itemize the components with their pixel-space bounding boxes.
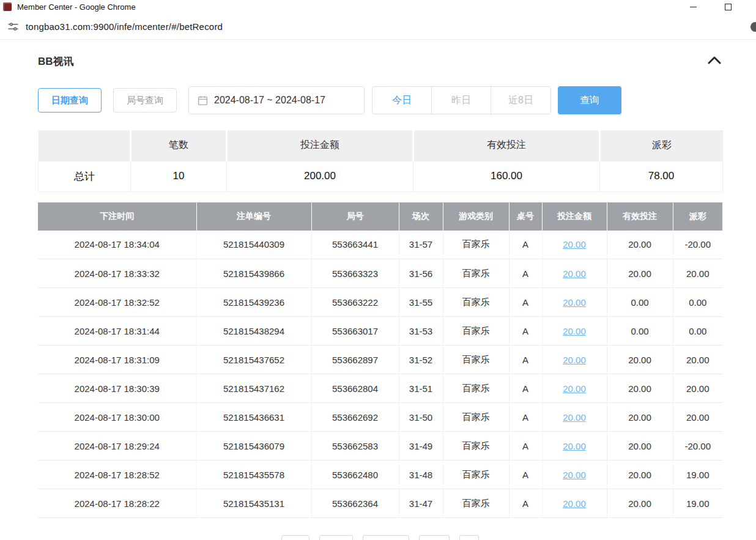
round-number-cell: 553662897 — [311, 346, 399, 374]
game-type-cell: 百家乐 — [443, 374, 509, 403]
session-cell: 31-48 — [399, 460, 443, 489]
pagination-prev-button[interactable] — [281, 535, 309, 540]
bet-time-cell: 2024-08-17 18:30:39 — [38, 374, 196, 403]
session-cell: 31-50 — [399, 403, 443, 432]
game-type-cell: 百家乐 — [443, 432, 509, 460]
window-titlebar: Member Center - Google Chrome — [0, 0, 756, 13]
bet-amount-cell: 20.00 — [542, 403, 607, 432]
payout-cell: 20.00 — [673, 259, 722, 288]
bet-amount-link[interactable]: 20.00 — [563, 326, 586, 336]
payout-cell: 0.00 — [673, 317, 722, 346]
window-app-icon — [3, 2, 12, 11]
bet-amount-link[interactable]: 20.00 — [563, 355, 586, 365]
summary-header-payout: 派彩 — [600, 130, 723, 161]
bet-time-cell: 2024-08-17 18:34:04 — [38, 231, 196, 259]
column-header: 局号 — [311, 202, 399, 231]
bet-time-cell: 2024-08-17 18:30:00 — [38, 403, 196, 432]
round-query-tab[interactable]: 局号查询 — [113, 88, 177, 113]
round-number-cell: 553663323 — [311, 259, 399, 288]
quick-range-group: 今日 昨日 近8日 — [372, 86, 551, 114]
order-number-cell: 521815438294 — [196, 317, 311, 346]
session-cell: 31-53 — [399, 317, 443, 346]
site-settings-icon[interactable] — [6, 20, 20, 33]
valid-bet-cell: 20.00 — [607, 432, 673, 460]
bet-amount-cell: 20.00 — [542, 432, 607, 460]
minimize-button[interactable] — [676, 0, 711, 13]
column-header: 游戏类别 — [443, 202, 509, 231]
profile-avatar[interactable] — [750, 22, 756, 32]
query-button[interactable]: 查询 — [558, 86, 621, 114]
summary-bet-amount-value: 200.00 — [227, 161, 413, 191]
summary-header-valid-bet: 有效投注 — [413, 130, 600, 161]
close-button[interactable] — [746, 0, 756, 13]
summary-header-bet-amount: 投注金额 — [227, 130, 413, 161]
table-number-cell: A — [509, 259, 542, 288]
table-row: 2024-08-17 18:29:24521815436079553662583… — [38, 432, 722, 460]
bet-time-cell: 2024-08-17 18:28:52 — [38, 460, 196, 489]
game-type-cell: 百家乐 — [443, 403, 509, 432]
game-type-cell: 百家乐 — [443, 288, 509, 317]
table-number-cell: A — [509, 374, 542, 403]
maximize-button[interactable] — [711, 0, 746, 13]
today-button[interactable]: 今日 — [372, 87, 432, 114]
round-number-cell: 553663441 — [311, 231, 399, 259]
round-number-cell: 553662480 — [311, 460, 399, 489]
calendar-icon — [198, 95, 208, 106]
pagination-page-button[interactable] — [319, 535, 353, 540]
game-type-cell: 百家乐 — [443, 346, 509, 374]
window-title: Member Center - Google Chrome — [17, 2, 136, 12]
column-header: 有效投注 — [607, 202, 673, 231]
session-cell: 31-47 — [399, 489, 443, 518]
payout-cell: -20.00 — [673, 432, 722, 460]
bet-amount-link[interactable]: 20.00 — [563, 297, 586, 308]
bet-record-panel: BB视讯 日期查询 局号查询 2024-08-17 ~ 2024-08-17 今… — [38, 53, 722, 540]
minimize-icon — [690, 4, 697, 10]
round-number-cell: 553662364 — [311, 489, 399, 518]
table-number-cell: A — [509, 460, 542, 489]
bet-amount-link[interactable]: 20.00 — [563, 412, 586, 423]
table-number-cell: A — [509, 317, 542, 346]
bet-amount-cell: 20.00 — [542, 317, 607, 346]
payout-cell: -20.00 — [673, 231, 722, 259]
valid-bet-cell: 20.00 — [607, 231, 673, 259]
bet-amount-link[interactable]: 20.00 — [563, 239, 586, 250]
table-number-cell: A — [509, 432, 542, 460]
pagination-jump-input[interactable] — [459, 535, 479, 540]
summary-total-row: 总计 10 200.00 160.00 78.00 — [39, 161, 723, 191]
bet-table-body: 2024-08-17 18:34:04521815440309553663441… — [38, 231, 722, 518]
date-range-input[interactable]: 2024-08-17 ~ 2024-08-17 — [188, 86, 365, 114]
valid-bet-cell: 20.00 — [607, 489, 673, 518]
summary-header-count: 笔数 — [131, 130, 227, 161]
bet-amount-link[interactable]: 20.00 — [563, 498, 586, 509]
order-number-cell: 521815440309 — [196, 231, 311, 259]
bet-amount-cell: 20.00 — [542, 231, 607, 259]
round-number-cell: 553663017 — [311, 317, 399, 346]
bet-amount-link[interactable]: 20.00 — [563, 441, 586, 451]
order-number-cell: 521815435131 — [196, 489, 311, 518]
pagination-page-size-select[interactable] — [363, 535, 409, 540]
last-8-days-button[interactable]: 近8日 — [491, 87, 550, 114]
summary-valid-bet-value: 160.00 — [413, 161, 600, 191]
session-cell: 31-55 — [399, 288, 443, 317]
bet-amount-link[interactable]: 20.00 — [563, 470, 586, 480]
pagination-bar — [38, 535, 722, 540]
table-row: 2024-08-17 18:34:04521815440309553663441… — [38, 231, 722, 259]
payout-cell: 0.00 — [673, 288, 722, 317]
bet-amount-link[interactable]: 20.00 — [563, 383, 586, 394]
order-number-cell: 521815436079 — [196, 432, 311, 460]
column-header: 投注金额 — [542, 202, 607, 231]
collapse-chevron-icon[interactable] — [706, 53, 722, 69]
pagination-next-button[interactable] — [419, 535, 450, 540]
session-cell: 31-49 — [399, 432, 443, 460]
table-row: 2024-08-17 18:32:52521815439236553663222… — [38, 288, 722, 317]
table-row: 2024-08-17 18:33:32521815439866553663323… — [38, 259, 722, 288]
date-query-tab[interactable]: 日期查询 — [38, 88, 102, 113]
valid-bet-cell: 20.00 — [607, 374, 673, 403]
payout-cell: 19.00 — [673, 460, 722, 489]
session-cell: 31-56 — [399, 259, 443, 288]
bet-amount-cell: 20.00 — [542, 346, 607, 374]
bet-amount-link[interactable]: 20.00 — [563, 268, 586, 279]
yesterday-button[interactable]: 昨日 — [432, 87, 491, 114]
url-text[interactable]: tongbao31.com:9900/infe/mcenter/#/betRec… — [26, 21, 223, 32]
round-number-cell: 553663222 — [311, 288, 399, 317]
